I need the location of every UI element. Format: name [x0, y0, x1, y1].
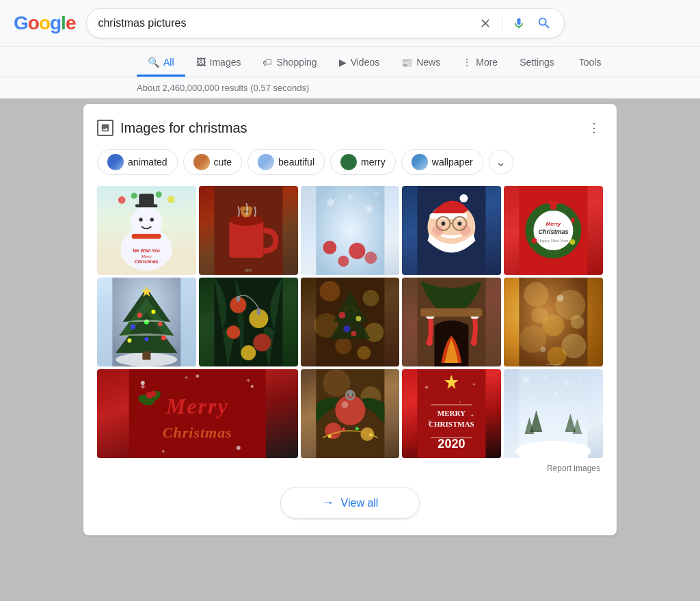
svg-point-0 — [118, 196, 126, 204]
svg-text:❄: ❄ — [571, 399, 575, 404]
svg-text:CHRISTMAS: CHRISTMAS — [429, 420, 474, 428]
svg-text:❄: ❄ — [347, 192, 353, 202]
voice-search-button[interactable] — [511, 15, 527, 31]
svg-rect-11 — [139, 193, 154, 206]
image-placeholder — [301, 278, 400, 366]
more-options-button[interactable]: ⋮ — [585, 118, 603, 138]
svg-rect-75 — [236, 296, 240, 302]
svg-point-116 — [151, 391, 157, 397]
report-images-row: Report images — [97, 461, 603, 476]
wreath-svg: Merry Christmas Happy New Year — [504, 186, 603, 275]
svg-point-8 — [150, 217, 154, 221]
logo-letter-g2: g — [50, 12, 61, 34]
bokeh-svg: shutterstock — [504, 278, 603, 366]
chip-merry[interactable]: merry — [330, 149, 396, 175]
svg-point-87 — [338, 312, 345, 319]
svg-text:❄: ❄ — [364, 202, 374, 216]
svg-point-3 — [156, 191, 162, 197]
nav-item-videos[interactable]: ▶ Videos — [328, 50, 391, 77]
svg-text:❄: ❄ — [533, 395, 538, 401]
header: Google — [0, 0, 700, 47]
images-card: Images for christmas ⋮ animated cute bea… — [83, 104, 617, 535]
search-icon-group — [477, 14, 553, 32]
image-placeholder — [301, 369, 400, 458]
grid-image-cocoa[interactable]: getty — [199, 186, 298, 275]
chip-cute[interactable]: cute — [183, 149, 242, 175]
svg-point-25 — [323, 241, 336, 254]
grid-image-fireplace[interactable] — [402, 278, 501, 366]
grid-image-snow-bokeh[interactable]: ❄ ❄ ❄ ❄ — [301, 186, 400, 275]
svg-rect-35 — [430, 213, 468, 219]
grid-image-christmas-tree[interactable] — [97, 278, 196, 366]
bokeh-tree-svg — [301, 278, 400, 366]
nav-label-shopping: Shopping — [276, 57, 317, 68]
logo-letter-e: e — [66, 12, 76, 34]
svg-text:✦: ✦ — [472, 382, 477, 388]
nav-item-shopping[interactable]: 🏷 Shopping — [252, 50, 327, 77]
svg-text:✦: ✦ — [471, 413, 475, 418]
svg-rect-149 — [520, 448, 588, 458]
search-input[interactable] — [98, 17, 470, 29]
svg-text:Christmas: Christmas — [163, 424, 232, 441]
chip-thumb-animated — [107, 154, 124, 170]
news-nav-icon: 📰 — [401, 57, 412, 68]
nav-item-news[interactable]: 📰 News — [390, 50, 451, 77]
grid-image-tree-ornaments[interactable] — [199, 278, 298, 366]
view-all-button[interactable]: → View all — [280, 487, 420, 519]
svg-point-28 — [364, 252, 377, 264]
grid-image-gift-ornaments[interactable] — [301, 369, 400, 458]
nav-item-settings[interactable]: Settings — [509, 50, 565, 77]
nav-label-videos: Videos — [351, 57, 380, 68]
svg-point-88 — [355, 316, 361, 321]
image-section-icon — [97, 120, 113, 136]
santa-svg — [402, 186, 501, 275]
nav-label-all: All — [163, 57, 174, 68]
nav-item-more[interactable]: ⋮ More — [451, 50, 509, 77]
nav-item-images[interactable]: 🖼 Images — [185, 50, 252, 77]
svg-text:❄: ❄ — [374, 190, 379, 198]
grid-image-bokeh[interactable]: shutterstock — [504, 278, 603, 366]
image-placeholder: ❄ ❄ ❄ ❄ — [301, 186, 400, 275]
report-images-link[interactable]: Report images — [544, 461, 603, 476]
image-placeholder: ❄ ❄ ❄ ❄ ❄ ❄ ❄ — [504, 369, 603, 458]
chip-animated[interactable]: animated — [97, 149, 178, 175]
grid-image-merry-christmas-2020[interactable]: ✦ ✦ ✦ ✦ ✦ MERRY CHRISTMAS 2020 — [402, 369, 501, 458]
nav-item-all[interactable]: 🔍 All — [137, 50, 185, 77]
grid-image-snowman[interactable]: We Wish You Merry Christmas — [97, 186, 196, 275]
svg-point-63 — [158, 322, 162, 326]
svg-point-129 — [325, 423, 341, 439]
image-grid: We Wish You Merry Christmas — [97, 186, 603, 458]
svg-text:✦: ✦ — [459, 400, 462, 404]
close-icon — [479, 16, 492, 30]
search-button[interactable] — [535, 14, 553, 32]
grid-image-winter-snow-scene[interactable]: ❄ ❄ ❄ ❄ ❄ ❄ ❄ — [504, 369, 603, 458]
svg-point-72 — [226, 325, 240, 339]
shopping-nav-icon: 🏷 — [262, 57, 272, 68]
videos-nav-icon: ▶ — [339, 57, 347, 68]
chip-wallpaper[interactable]: wallpaper — [401, 149, 483, 175]
image-placeholder — [97, 278, 196, 366]
svg-point-102 — [532, 307, 548, 323]
grid-image-santa[interactable] — [402, 186, 501, 275]
images-card-header: Images for christmas ⋮ — [97, 118, 603, 138]
svg-rect-76 — [256, 308, 260, 315]
clear-button[interactable] — [477, 15, 494, 31]
filter-chips: animated cute beautiful merry wallpaper … — [97, 149, 603, 175]
svg-text:❄: ❄ — [523, 374, 531, 385]
svg-point-84 — [357, 346, 371, 360]
chips-expand-button[interactable]: ⌄ — [489, 150, 513, 174]
gifts-svg — [301, 369, 400, 458]
svg-point-104 — [557, 295, 564, 302]
nav-item-tools[interactable]: Tools — [568, 50, 612, 77]
svg-text:getty: getty — [245, 268, 252, 272]
grid-image-tree-bokeh[interactable] — [301, 278, 400, 366]
fireplace-svg — [402, 278, 501, 366]
grid-image-merry-christmas-wreath[interactable]: Merry Christmas Happy New Year — [504, 186, 603, 275]
svg-text:Christmas: Christmas — [539, 228, 569, 235]
arrow-right-icon: → — [322, 496, 334, 510]
grid-image-merry-christmas-text[interactable]: Merry Christmas ✦ ✦ ✦ — [97, 369, 298, 458]
svg-point-67 — [144, 337, 148, 341]
chip-beautiful[interactable]: beautiful — [247, 149, 325, 175]
svg-point-66 — [161, 336, 166, 340]
svg-point-7 — [139, 217, 143, 221]
